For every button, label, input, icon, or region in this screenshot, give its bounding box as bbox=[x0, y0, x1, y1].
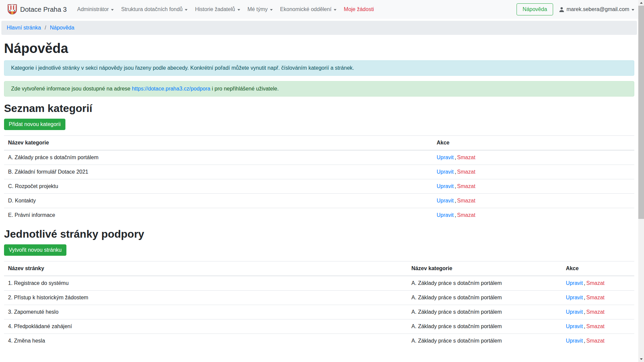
nav-item-label: Historie žadatelů bbox=[195, 6, 235, 12]
action-separator: , bbox=[454, 155, 456, 160]
delete-link[interactable]: Smazat bbox=[586, 295, 604, 300]
nav-item-administrator[interactable]: Administrátor bbox=[73, 4, 117, 15]
edit-link[interactable]: Upravit bbox=[566, 338, 583, 344]
delete-link[interactable]: Smazat bbox=[586, 338, 604, 344]
breadcrumb-current-link[interactable]: Nápověda bbox=[50, 25, 74, 31]
chevron-down-icon bbox=[185, 9, 187, 11]
navbar-right: Nápověda marek.sebera@gmail.com bbox=[517, 3, 634, 15]
brand[interactable]: Dotace Praha 3 bbox=[7, 4, 67, 15]
page-category: A. Základy práce s dotačním portálem bbox=[408, 291, 562, 305]
edit-link[interactable]: Upravit bbox=[437, 169, 454, 175]
delete-link[interactable]: Smazat bbox=[586, 280, 604, 286]
nav-item-struktura-dotacnich-fondu[interactable]: Struktura dotačních fondů bbox=[117, 4, 191, 15]
action-separator: , bbox=[584, 295, 585, 300]
pages-table: Název stránky Název kategorie Akce 1. Re… bbox=[4, 261, 634, 348]
action-separator: , bbox=[584, 323, 585, 329]
nav-item-label: Mé týmy bbox=[248, 6, 268, 12]
action-separator: , bbox=[454, 183, 456, 189]
edit-link[interactable]: Upravit bbox=[566, 295, 583, 300]
create-page-button[interactable]: Vytvořit novou stránku bbox=[4, 244, 66, 256]
delete-link[interactable]: Smazat bbox=[457, 183, 475, 189]
edit-link[interactable]: Upravit bbox=[437, 183, 454, 189]
table-row: D. Kontakty Upravit,Smazat bbox=[4, 194, 634, 208]
page-category: A. Základy práce s dotačním portálem bbox=[408, 334, 562, 348]
category-name: E. Právní informace bbox=[4, 208, 433, 223]
nav-item-moje-zadosti[interactable]: Moje žádosti bbox=[340, 4, 378, 15]
column-header-akce: Akce bbox=[562, 261, 634, 276]
edit-link[interactable]: Upravit bbox=[566, 280, 583, 286]
column-header-nazev-stranky: Název stránky bbox=[4, 261, 408, 276]
table-row: A. Základy práce s dotačním portálem Upr… bbox=[4, 150, 634, 165]
user-email: marek.sebera@gmail.com bbox=[567, 6, 629, 12]
help-button[interactable]: Nápověda bbox=[517, 3, 553, 15]
delete-link[interactable]: Smazat bbox=[457, 169, 475, 175]
nav-item-ekonomicke-oddeleni[interactable]: Ekonomické oddělení bbox=[276, 4, 340, 15]
page-title: Nápověda bbox=[4, 40, 634, 56]
table-row: 4. Změna hesla A. Základy práce s dotačn… bbox=[4, 334, 634, 348]
action-separator: , bbox=[584, 309, 585, 315]
delete-link[interactable]: Smazat bbox=[457, 212, 475, 218]
column-header-nazev-kategorie: Název kategorie bbox=[408, 261, 562, 276]
user-icon bbox=[559, 7, 565, 12]
triangle-down-icon bbox=[640, 358, 643, 360]
chevron-down-icon bbox=[111, 9, 114, 11]
table-row: 4. Předpokládané zahájení A. Základy prá… bbox=[4, 319, 634, 334]
scrollbar-thumb[interactable] bbox=[638, 6, 644, 219]
table-row: C. Rozpočet projektu Upravit,Smazat bbox=[4, 179, 634, 194]
table-row: 1. Registrace do systému A. Základy prác… bbox=[4, 276, 634, 291]
action-separator: , bbox=[454, 169, 456, 175]
edit-link[interactable]: Upravit bbox=[437, 155, 454, 160]
delete-link[interactable]: Smazat bbox=[457, 155, 475, 160]
delete-link[interactable]: Smazat bbox=[586, 323, 604, 329]
chevron-down-icon bbox=[334, 9, 336, 11]
triangle-up-icon bbox=[640, 2, 643, 4]
delete-link[interactable]: Smazat bbox=[457, 198, 475, 203]
categories-table: Název kategorie Akce A. Základy práce s … bbox=[4, 135, 634, 222]
action-separator: , bbox=[454, 198, 456, 203]
table-row: E. Právní informace Upravit,Smazat bbox=[4, 208, 634, 223]
nav-item-label: Moje žádosti bbox=[344, 6, 374, 12]
praha3-logo-icon bbox=[7, 4, 17, 15]
table-row: 3. Zapomenuté heslo A. Základy práce s d… bbox=[4, 305, 634, 319]
category-name: D. Kontakty bbox=[4, 194, 433, 208]
info-alert-text: Kategorie i jednotlivé stránky v sekci n… bbox=[11, 65, 354, 71]
chevron-down-icon bbox=[237, 9, 240, 11]
navbar: Dotace Praha 3 Administrátor Struktura d… bbox=[0, 0, 638, 19]
edit-link[interactable]: Upravit bbox=[566, 309, 583, 315]
breadcrumb-home-link[interactable]: Hlavní stránka bbox=[7, 25, 41, 31]
action-separator: , bbox=[454, 212, 456, 218]
vertical-scrollbar[interactable] bbox=[638, 0, 644, 362]
podpora-link[interactable]: https://dotace.praha3.cz/podpora bbox=[132, 86, 210, 92]
page: Dotace Praha 3 Administrátor Struktura d… bbox=[0, 0, 638, 348]
pages-heading: Jednotlivé stránky podpory bbox=[4, 228, 634, 240]
edit-link[interactable]: Upravit bbox=[437, 212, 454, 218]
page-category: A. Základy práce s dotačním portálem bbox=[408, 305, 562, 319]
chevron-down-icon bbox=[632, 9, 634, 11]
nav-item-historie-zadatelu[interactable]: Historie žadatelů bbox=[191, 4, 244, 15]
success-alert: Zde vytvořené informace jsou dostupné na… bbox=[4, 81, 634, 97]
user-menu[interactable]: marek.sebera@gmail.com bbox=[559, 6, 634, 12]
chevron-down-icon bbox=[270, 9, 273, 11]
delete-link[interactable]: Smazat bbox=[586, 309, 604, 315]
category-name: A. Základy práce s dotačním portálem bbox=[4, 150, 433, 165]
info-alert: Kategorie i jednotlivé stránky v sekci n… bbox=[4, 60, 634, 76]
edit-link[interactable]: Upravit bbox=[566, 323, 583, 329]
breadcrumb: Hlavní stránka / Nápověda bbox=[1, 21, 637, 35]
table-header-row: Název stránky Název kategorie Akce bbox=[4, 261, 634, 276]
add-category-button[interactable]: Přidat novou kategorii bbox=[4, 119, 65, 130]
table-row: B. Základní formulář Dotace 2021 Upravit… bbox=[4, 165, 634, 179]
table-row: 2. Přístup k historickým žádostem A. Zák… bbox=[4, 291, 634, 305]
edit-link[interactable]: Upravit bbox=[437, 198, 454, 203]
page-name: 3. Zapomenuté heslo bbox=[4, 305, 408, 319]
column-header-akce: Akce bbox=[433, 136, 634, 150]
nav-item-label: Struktura dotačních fondů bbox=[121, 6, 182, 12]
category-name: B. Základní formulář Dotace 2021 bbox=[4, 165, 433, 179]
category-name: C. Rozpočet projektu bbox=[4, 179, 433, 194]
page-name: 1. Registrace do systému bbox=[4, 276, 408, 291]
categories-heading: Seznam kategorií bbox=[4, 102, 634, 115]
scrollbar-down-arrow[interactable] bbox=[638, 356, 644, 362]
nav-item-label: Ekonomické oddělení bbox=[280, 6, 331, 12]
scrollbar-up-arrow[interactable] bbox=[638, 0, 644, 6]
nav-item-me-tymy[interactable]: Mé týmy bbox=[244, 4, 276, 15]
brand-title: Dotace Praha 3 bbox=[20, 6, 67, 13]
